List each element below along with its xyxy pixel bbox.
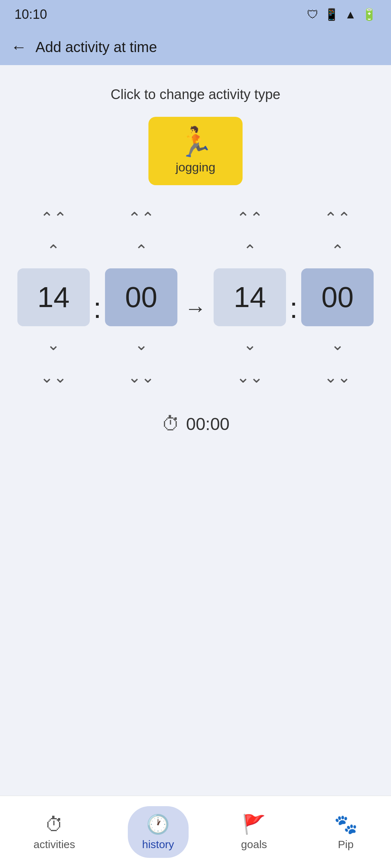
end-hours-column: ⌃⌃ ⌃ 14 ⌄ ⌄⌄	[214, 203, 286, 391]
start-time-colon: :	[93, 270, 101, 325]
time-picker: ⌃⌃ ⌃ 14 ⌄ ⌄⌄ : ⌃⌃ ⌃ 00 ⌄ ⌄⌄ → ⌃⌃ ⌃ 14 ⌄ …	[17, 203, 374, 391]
start-hours-display: 14	[17, 268, 90, 326]
start-hours-up-double[interactable]: ⌃⌃	[35, 203, 72, 232]
header-title: Add activity at time	[35, 39, 157, 55]
back-button[interactable]: ←	[11, 38, 27, 56]
nav-item-activities[interactable]: ⏱ activities	[19, 807, 89, 858]
start-minutes-column: ⌃⌃ ⌃ 00 ⌄ ⌄⌄	[105, 203, 177, 391]
status-time: 10:10	[14, 7, 47, 22]
duration-display: ⏱ 00:00	[161, 413, 230, 435]
time-arrow: →	[185, 274, 206, 321]
end-minutes-up[interactable]: ⌃	[319, 236, 356, 265]
activity-label: jogging	[176, 160, 215, 174]
phone-icon: 📱	[324, 8, 339, 21]
start-minutes-down-double[interactable]: ⌄⌄	[123, 362, 159, 391]
start-minutes-display: 00	[105, 268, 177, 326]
start-minutes-down[interactable]: ⌄	[123, 330, 159, 359]
start-minutes-up-double[interactable]: ⌃⌃	[123, 203, 159, 232]
activity-type-subtitle: Click to change activity type	[111, 87, 281, 102]
duration-text: 00:00	[186, 414, 230, 434]
nav-item-pip[interactable]: 🐾 Pip	[320, 806, 372, 858]
wifi-icon: ▲	[345, 8, 356, 21]
start-hours-down[interactable]: ⌄	[35, 330, 72, 359]
back-icon: ←	[11, 38, 27, 56]
start-hours-column: ⌃⌃ ⌃ 14 ⌄ ⌄⌄	[17, 203, 90, 391]
activity-emoji: 🏃	[177, 128, 214, 157]
shield-icon: 🛡	[307, 8, 319, 21]
nav-item-history[interactable]: 🕐 history	[128, 806, 189, 858]
end-minutes-down-double[interactable]: ⌄⌄	[319, 362, 356, 391]
start-minutes-up[interactable]: ⌃	[123, 236, 159, 265]
end-hours-down-double[interactable]: ⌄⌄	[232, 362, 268, 391]
pip-icon: 🐾	[334, 813, 358, 835]
header: ← Add activity at time	[0, 29, 391, 65]
end-minutes-down[interactable]: ⌄	[319, 330, 356, 359]
activities-label: activities	[33, 838, 75, 851]
status-icons: 🛡 📱 ▲ 🔋	[307, 8, 377, 21]
bottom-nav: ⏱ activities 🕐 history 🚩 goals 🐾 Pip	[0, 796, 391, 868]
activities-icon: ⏱	[45, 814, 64, 835]
nav-item-goals[interactable]: 🚩 goals	[227, 806, 282, 858]
pip-label: Pip	[338, 838, 353, 851]
goals-label: goals	[241, 838, 267, 851]
end-minutes-display: 00	[301, 268, 374, 326]
end-minutes-column: ⌃⌃ ⌃ 00 ⌄ ⌄⌄	[301, 203, 374, 391]
end-hours-display: 14	[214, 268, 286, 326]
stopwatch-icon: ⏱	[161, 413, 180, 435]
end-hours-up-double[interactable]: ⌃⌃	[232, 203, 268, 232]
start-hours-up[interactable]: ⌃	[35, 236, 72, 265]
end-time-colon: :	[290, 270, 298, 325]
battery-icon: 🔋	[362, 8, 377, 21]
history-icon: 🕐	[146, 813, 170, 835]
goals-icon: 🚩	[242, 813, 266, 835]
end-hours-up[interactable]: ⌃	[232, 236, 268, 265]
start-hours-down-double[interactable]: ⌄⌄	[35, 362, 72, 391]
activity-type-button[interactable]: 🏃 jogging	[148, 117, 243, 185]
end-minutes-up-double[interactable]: ⌃⌃	[319, 203, 356, 232]
end-hours-down[interactable]: ⌄	[232, 330, 268, 359]
main-content: Click to change activity type 🏃 jogging …	[0, 65, 391, 796]
history-label: history	[142, 838, 174, 851]
status-bar: 10:10 🛡 📱 ▲ 🔋	[0, 0, 391, 29]
